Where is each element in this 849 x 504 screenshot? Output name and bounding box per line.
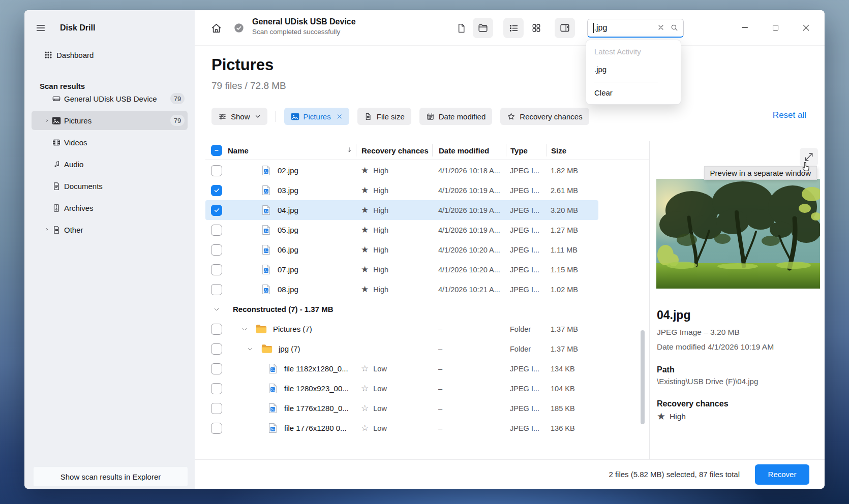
row-checkbox[interactable] bbox=[211, 403, 222, 414]
file-name: jpg (7) bbox=[279, 344, 300, 353]
sidebar-item-audio[interactable]: Audio bbox=[32, 154, 188, 174]
column-header-type[interactable]: Type bbox=[506, 144, 547, 156]
recovery-cell: ☆Low bbox=[356, 404, 432, 413]
column-header-name[interactable]: Name bbox=[228, 144, 356, 156]
row-checkbox[interactable] bbox=[211, 363, 222, 374]
home-button[interactable] bbox=[207, 19, 225, 37]
preview-filename: 04.jpg bbox=[657, 308, 820, 322]
clear-search-icon[interactable] bbox=[657, 23, 666, 33]
filter-chip-pictures[interactable]: Pictures bbox=[284, 108, 349, 125]
search-input[interactable]: .jpg bbox=[587, 19, 684, 38]
table-row[interactable]: 04.jpg★High4/1/2026 10:19 A...JPEG I...3… bbox=[205, 200, 598, 220]
file-details: 04.jpg JPEG Image – 3.20 MB Date modifie… bbox=[657, 308, 820, 421]
show-in-explorer-button[interactable]: Show scan results in Explorer bbox=[33, 466, 188, 487]
star-filled-icon: ★ bbox=[361, 186, 369, 195]
chevron-right-icon[interactable] bbox=[43, 117, 50, 123]
filter-chip-label: Date modified bbox=[439, 112, 486, 121]
group-label: Reconstructed (7) - 1.37 MB bbox=[233, 305, 333, 313]
reset-all-link[interactable]: Reset all bbox=[773, 110, 806, 120]
table-row[interactable]: 06.jpg★High4/1/2026 10:20 A...JPEG I...1… bbox=[205, 240, 598, 260]
filter-chip-date-modified[interactable]: Date modified bbox=[419, 108, 493, 125]
folder-view-button[interactable] bbox=[473, 18, 493, 38]
dropdown-clear-button[interactable]: Clear bbox=[586, 83, 681, 101]
sidebar-item-dashboard[interactable]: Dashboard bbox=[32, 45, 188, 65]
row-checkbox[interactable] bbox=[211, 343, 222, 355]
jpeg-file-icon bbox=[268, 423, 277, 433]
sidebar-item-documents[interactable]: Documents bbox=[32, 176, 188, 196]
recovery-cell: ★High bbox=[356, 166, 432, 175]
chevron-down-icon[interactable] bbox=[214, 306, 220, 312]
filter-chip-file-size[interactable]: File size bbox=[357, 108, 411, 125]
list-view-button[interactable] bbox=[503, 18, 524, 38]
table-row[interactable]: Pictures (7)–Folder1.37 MB bbox=[205, 319, 598, 339]
row-checkbox[interactable] bbox=[211, 165, 222, 176]
sidebar-item-pictures[interactable]: Pictures79 bbox=[32, 111, 188, 130]
folder-icon bbox=[261, 344, 272, 354]
star-filled-icon: ★ bbox=[361, 265, 369, 274]
sidebar-item-label: Pictures bbox=[64, 116, 92, 125]
jpeg-file-icon bbox=[262, 165, 270, 176]
recover-button[interactable]: Recover bbox=[755, 464, 809, 485]
maximize-button[interactable] bbox=[764, 17, 787, 38]
select-all-checkbox[interactable] bbox=[211, 145, 222, 156]
column-header-date[interactable]: Date modified bbox=[432, 144, 506, 156]
recovery-cell: ★High bbox=[356, 226, 432, 234]
close-button[interactable] bbox=[794, 17, 817, 38]
count-badge: 79 bbox=[170, 93, 185, 104]
table-row[interactable]: file 1182x1280_0...☆Low–JPEG I...134 KB bbox=[205, 359, 598, 379]
row-checkbox[interactable] bbox=[211, 284, 222, 295]
chevron-down-icon[interactable] bbox=[241, 326, 248, 332]
table-row[interactable]: 05.jpg★High4/1/2026 10:19 A...JPEG I...1… bbox=[205, 220, 598, 240]
table-row[interactable]: file 1776x1280 0...☆Low–JPEG I...136 KB bbox=[205, 418, 598, 435]
drive-icon bbox=[52, 94, 61, 104]
chevron-right-icon[interactable] bbox=[43, 227, 50, 233]
remove-filter-icon[interactable] bbox=[336, 113, 343, 120]
table-row[interactable]: jpg (7)–Folder1.37 MB bbox=[205, 339, 598, 359]
recovery-cell: ☆Low bbox=[356, 424, 432, 432]
search-icon[interactable] bbox=[670, 23, 679, 33]
row-checkbox[interactable] bbox=[211, 324, 222, 335]
row-checkbox[interactable] bbox=[211, 264, 222, 275]
calendar-icon bbox=[426, 112, 435, 121]
table-row[interactable]: file 1280x923_00...☆Low–JPEG I...104 KB bbox=[205, 379, 598, 398]
row-checkbox[interactable] bbox=[211, 244, 222, 256]
jpeg-file-icon bbox=[268, 403, 277, 414]
file-icon bbox=[456, 23, 467, 34]
row-checkbox[interactable] bbox=[211, 225, 222, 236]
chevron-down-icon[interactable] bbox=[247, 346, 253, 352]
sidebar-item-other[interactable]: Other bbox=[32, 220, 188, 239]
sidebar-item-archives[interactable]: Archives bbox=[32, 198, 188, 217]
row-checkbox[interactable] bbox=[211, 205, 222, 216]
group-row[interactable]: Reconstructed (7) - 1.37 MB bbox=[205, 299, 598, 319]
table-row[interactable]: 02.jpg★High4/1/2026 10:18 A...JPEG I...1… bbox=[205, 161, 598, 180]
recovery-cell: ☆Low bbox=[356, 364, 432, 373]
recovery-cell: ★High bbox=[356, 285, 432, 294]
jpeg-file-icon bbox=[262, 185, 270, 196]
table-row[interactable]: file 1776x1280_0...☆Low–JPEG I...185 KB bbox=[205, 398, 598, 418]
hamburger-menu-button[interactable] bbox=[31, 19, 51, 37]
dropdown-recent-item[interactable]: .jpg bbox=[586, 61, 681, 78]
filter-bar: Show PicturesFile sizeDate modifiedRecov… bbox=[211, 108, 597, 125]
column-header-recovery[interactable]: Recovery chances bbox=[356, 144, 432, 156]
column-header-size[interactable]: Size bbox=[547, 144, 598, 156]
grid-view-button[interactable] bbox=[526, 18, 547, 38]
sidebar-item-videos[interactable]: Videos bbox=[32, 133, 188, 152]
grid-view-icon bbox=[531, 23, 541, 33]
star-outline-icon: ☆ bbox=[361, 364, 369, 373]
jpeg-file-icon bbox=[268, 363, 277, 374]
row-checkbox[interactable] bbox=[211, 383, 222, 394]
preview-panel-toggle-button[interactable] bbox=[555, 18, 575, 38]
table-scrollbar[interactable] bbox=[641, 330, 645, 424]
filter-chip-recovery-chances[interactable]: Recovery chances bbox=[500, 108, 589, 125]
file-view-button[interactable] bbox=[451, 18, 471, 38]
row-checkbox[interactable] bbox=[211, 423, 222, 434]
table-row[interactable]: 03.jpg★High4/1/2026 10:19 A...JPEG I...2… bbox=[205, 180, 598, 200]
jpeg-file-icon bbox=[268, 383, 277, 394]
file-name: 02.jpg bbox=[278, 166, 298, 175]
row-checkbox[interactable] bbox=[211, 185, 222, 196]
table-row[interactable]: 08.jpg★High4/1/2026 10:21 A...JPEG I...1… bbox=[205, 279, 598, 299]
minimize-button[interactable] bbox=[733, 17, 756, 38]
sidebar-item-device[interactable]: General UDisk USB Device79 bbox=[32, 89, 188, 108]
show-filter-button[interactable]: Show bbox=[211, 108, 267, 125]
table-row[interactable]: 07.jpg★High4/1/2026 10:20 A...JPEG I...1… bbox=[205, 260, 598, 279]
